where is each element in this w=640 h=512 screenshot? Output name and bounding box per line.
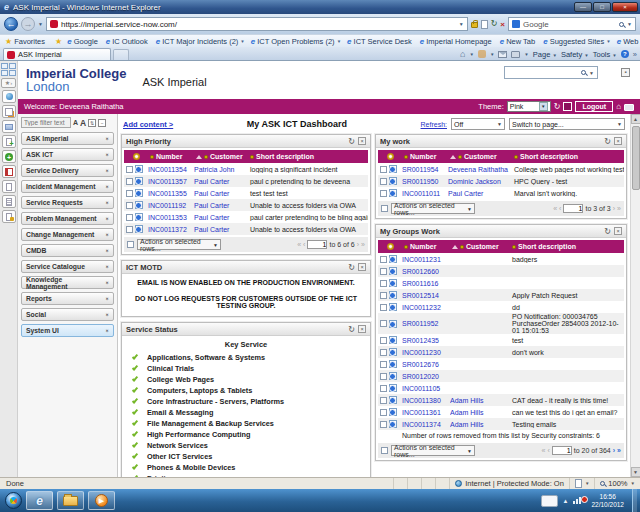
customer-link[interactable]: Paul Carter — [194, 178, 248, 185]
record-number-link[interactable]: SR0012514 — [402, 292, 450, 299]
zoom-level[interactable]: 100% — [608, 479, 627, 488]
url-dropdown-icon[interactable]: ▼ — [459, 21, 464, 27]
column-number[interactable]: Number — [402, 153, 448, 160]
record-number-link[interactable]: INC0011357 — [148, 178, 194, 185]
print-icon[interactable] — [511, 51, 520, 58]
locked-document-icon[interactable] — [2, 210, 16, 223]
preview-record-icon[interactable] — [389, 320, 397, 328]
row-checkbox[interactable] — [380, 268, 387, 275]
filter-input[interactable] — [21, 117, 71, 128]
preview-record-icon[interactable] — [389, 189, 397, 197]
row-checkbox[interactable] — [380, 256, 387, 263]
nav-item[interactable]: Service Catalogue » — [21, 260, 114, 273]
row-checkbox[interactable] — [380, 178, 387, 185]
taskbar-media-player-button[interactable]: ▶ — [88, 491, 115, 510]
select-all-checkbox[interactable] — [381, 447, 388, 454]
panel-close-icon[interactable]: × — [614, 137, 622, 145]
prev-page-icon[interactable]: ‹ — [559, 205, 561, 212]
next-page-icon[interactable]: › — [613, 205, 615, 212]
next-page-icon[interactable]: › — [613, 447, 615, 454]
site-search-icon[interactable] — [581, 70, 586, 75]
url-field[interactable]: https://imperial.service-now.com/ ▼ — [46, 17, 468, 31]
tab-title[interactable]: ASK Imperial — [18, 50, 62, 59]
list-document-icon[interactable] — [2, 195, 16, 208]
globe-icon[interactable] — [2, 90, 16, 103]
gear-icon[interactable] — [378, 153, 402, 160]
customer-link[interactable]: Paul Carter — [448, 190, 512, 197]
search-dropdown-icon[interactable]: ▼ — [627, 21, 632, 27]
refresh-link[interactable]: Refresh: — [421, 121, 447, 128]
scroll-down-icon[interactable]: ▼ — [631, 467, 640, 477]
add-content-link[interactable]: Add content > — [123, 120, 173, 129]
row-checkbox[interactable] — [380, 373, 387, 380]
preview-record-icon[interactable] — [389, 267, 397, 275]
preview-record-icon[interactable] — [135, 189, 143, 197]
home-dropdown-icon[interactable]: ▼ — [469, 52, 473, 57]
stop-button[interactable]: × — [500, 20, 505, 29]
favorites-bar-item[interactable]: Web Slice Gallery ▼ — [617, 37, 640, 46]
actions-select[interactable]: Actions on selected rows...▼ — [391, 445, 475, 456]
record-number-link[interactable]: SR0011616 — [402, 280, 450, 287]
new-tab-button[interactable] — [113, 49, 129, 60]
nav-item[interactable]: ASK ICT » — [21, 148, 114, 161]
column-customer[interactable]: Customer — [450, 243, 510, 250]
theme-refresh-icon[interactable]: ↻ — [554, 101, 561, 112]
customer-link[interactable]: Paul Carter — [194, 190, 248, 197]
preview-record-icon[interactable] — [389, 303, 397, 311]
site-search-dropdown-icon[interactable]: ▼ — [589, 70, 594, 76]
taskbar-ie-button[interactable]: e — [26, 491, 53, 510]
record-number-link[interactable]: INC0011353 — [148, 214, 194, 221]
nav-item[interactable]: CMDB » — [21, 244, 114, 257]
record-number-link[interactable]: INC0011354 — [148, 166, 194, 173]
add-favorite-icon[interactable]: ★ — [55, 37, 62, 46]
home-icon[interactable]: ⌂ — [460, 49, 465, 59]
preview-record-icon[interactable] — [389, 384, 397, 392]
row-checkbox[interactable] — [126, 214, 133, 221]
toolbar-overflow-icon[interactable]: » — [633, 50, 637, 59]
record-number-link[interactable]: INC0011230 — [402, 349, 450, 356]
panel-refresh-icon[interactable]: ↻ — [348, 325, 355, 334]
feeds-dropdown-icon[interactable]: ▼ — [490, 52, 494, 57]
record-number-link[interactable]: SR0012660 — [402, 268, 450, 275]
column-short-description[interactable]: Short description — [512, 153, 624, 160]
refresh-nav-icon[interactable]: ⇅ — [88, 119, 96, 127]
taskbar-clock[interactable]: 16:56 22/10/2012 — [591, 493, 627, 509]
page-number-input[interactable] — [552, 446, 572, 455]
column-short-description[interactable]: Short description — [510, 243, 624, 250]
column-number[interactable]: Number — [402, 243, 450, 250]
zoom-control[interactable]: 100% ▼ — [594, 478, 640, 489]
row-checkbox[interactable] — [380, 385, 387, 392]
prev-page-icon[interactable]: ‹ — [547, 447, 549, 454]
theme-select[interactable]: Pink ▼ — [507, 101, 551, 112]
font-large-icon[interactable]: A — [80, 118, 86, 128]
customer-link[interactable]: Adam Hills — [450, 409, 510, 416]
nav-item[interactable]: System UI » — [21, 324, 114, 337]
nav-item[interactable]: Service Delivery » — [21, 164, 114, 177]
language-bar-icon[interactable] — [541, 495, 558, 507]
row-checkbox[interactable] — [126, 190, 133, 197]
column-customer[interactable]: Customer — [448, 153, 512, 160]
nav-item[interactable]: ASK Imperial » — [21, 132, 114, 145]
tab-ask-imperial[interactable]: ASK Imperial — [3, 48, 111, 60]
preview-record-icon[interactable] — [389, 348, 397, 356]
panel-close-icon[interactable]: × — [614, 227, 622, 235]
row-checkbox[interactable] — [380, 337, 387, 344]
favorites-bar-item[interactable]: Google — [67, 37, 100, 46]
preview-record-icon[interactable] — [389, 372, 397, 380]
favorites-label[interactable]: Favorites — [14, 37, 45, 46]
select-all-checkbox[interactable] — [381, 205, 388, 212]
page-menu[interactable]: Page ▼ — [533, 50, 557, 59]
column-number[interactable]: Number — [148, 153, 194, 160]
record-number-link[interactable]: INC0011361 — [402, 409, 450, 416]
record-number-link[interactable]: SR0012020 — [402, 373, 450, 380]
preview-record-icon[interactable] — [389, 408, 397, 416]
security-lock-icon[interactable] — [471, 22, 478, 28]
panel-close-icon[interactable]: × — [358, 325, 366, 333]
customer-link[interactable]: Deveena Raithatha — [448, 166, 512, 173]
nav-item[interactable]: Knowledge Management » — [21, 276, 114, 289]
safety-menu[interactable]: Safety ▼ — [561, 50, 589, 59]
next-page-icon[interactable]: › — [357, 241, 359, 248]
document-icon[interactable] — [2, 180, 16, 193]
tray-expand-icon[interactable]: ▲ — [563, 498, 569, 504]
row-checkbox[interactable] — [380, 421, 387, 428]
